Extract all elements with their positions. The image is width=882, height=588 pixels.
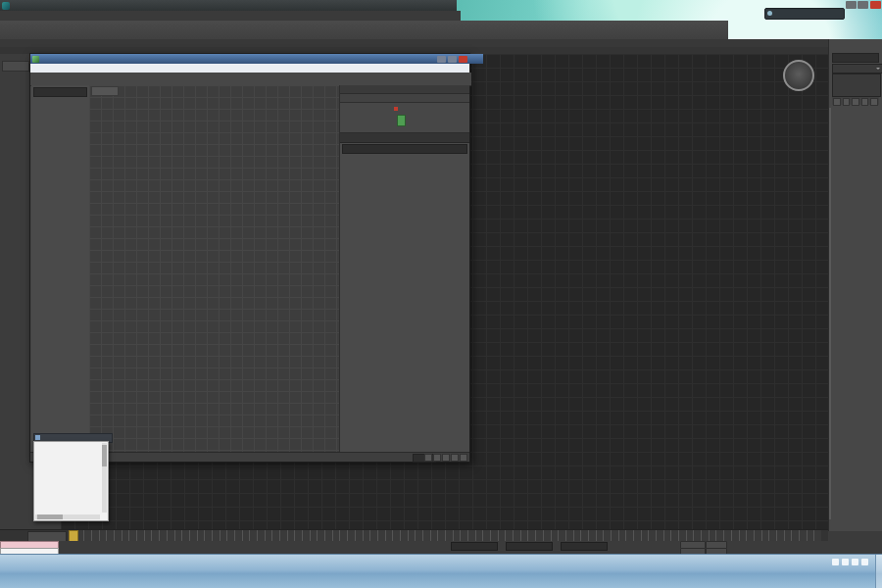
- map-name-field[interactable]: [342, 144, 467, 154]
- modifier-stack-tools: [832, 97, 879, 105]
- map-parameters-header: [340, 133, 469, 143]
- viewcube[interactable]: [783, 60, 814, 91]
- z-coordinate-field[interactable]: [561, 542, 608, 551]
- tray-icon[interactable]: [832, 559, 839, 565]
- slate-maximize-button[interactable]: [448, 56, 457, 63]
- main-toolbar: [0, 21, 728, 39]
- status-bar: [0, 541, 828, 554]
- scene-materials-icon: [35, 435, 40, 440]
- slate-toolbar: [30, 73, 471, 86]
- popup-vertical-scrollbar[interactable]: [102, 443, 107, 513]
- select-tab[interactable]: [2, 61, 29, 72]
- tray-icon[interactable]: [852, 559, 858, 565]
- pan-icon[interactable]: [433, 454, 441, 462]
- browser-search-input[interactable]: [33, 87, 87, 97]
- show-end-result-icon[interactable]: [843, 98, 851, 106]
- zoom-region-icon[interactable]: [451, 454, 459, 462]
- windows-taskbar: [0, 554, 882, 588]
- slate-title-bar[interactable]: [30, 54, 483, 64]
- viewport-navigation-controls: [828, 531, 882, 556]
- navigator-header[interactable]: [340, 94, 469, 103]
- slate-menu-bar: [30, 64, 469, 73]
- show-desktop-button[interactable]: [875, 555, 882, 588]
- y-coordinate-field[interactable]: [506, 542, 553, 551]
- remove-modifier-icon[interactable]: [861, 98, 869, 106]
- slate-window-icon: [32, 56, 39, 63]
- modifier-list-dropdown[interactable]: [832, 64, 882, 74]
- material-parameter-editor: [339, 85, 469, 452]
- pin-stack-icon[interactable]: [833, 98, 841, 106]
- popup-horizontal-scrollbar[interactable]: [35, 514, 100, 519]
- node-view[interactable]: [89, 85, 339, 452]
- command-panel: [828, 39, 882, 531]
- scene-materials-popup: [33, 441, 109, 521]
- x-coordinate-field[interactable]: [451, 542, 498, 551]
- system-tray: [829, 559, 868, 565]
- user-icon: [767, 11, 772, 16]
- modifier-stack: [832, 74, 881, 97]
- command-panel-scrollbar[interactable]: [829, 108, 831, 519]
- object-name-field[interactable]: [832, 53, 879, 63]
- slate-minimize-button[interactable]: [437, 56, 446, 63]
- window-minimize-button[interactable]: [846, 1, 857, 9]
- menu-bar: [0, 11, 461, 21]
- window-maximize-button[interactable]: [858, 1, 868, 9]
- configure-modifier-icon[interactable]: [870, 98, 878, 106]
- make-unique-icon[interactable]: [852, 98, 859, 106]
- app-icon: [2, 2, 10, 10]
- navigator-node-thumb: [397, 115, 406, 126]
- slate-nav-icons: [423, 454, 467, 462]
- zoom-extents-icon[interactable]: [442, 454, 450, 462]
- title-bar: [0, 0, 457, 11]
- ribbon-tabs: [0, 39, 828, 47]
- parameter-editor-header[interactable]: [340, 85, 469, 94]
- navigator-preview[interactable]: [340, 103, 469, 133]
- tray-icon[interactable]: [842, 559, 849, 565]
- node-wires: [89, 85, 339, 452]
- signin-button[interactable]: [764, 8, 845, 20]
- slate-material-editor-window: [29, 53, 470, 463]
- layout-icon[interactable]: [460, 454, 467, 462]
- slate-close-button[interactable]: [459, 56, 467, 63]
- view1-tab[interactable]: [91, 86, 119, 96]
- navigator-node-thumb-red: [394, 107, 398, 111]
- material-map-browser: [31, 85, 89, 452]
- window-close-button[interactable]: [870, 1, 881, 9]
- desktop: [0, 0, 882, 588]
- tray-icon[interactable]: [861, 559, 868, 565]
- zoom-icon[interactable]: [424, 454, 432, 462]
